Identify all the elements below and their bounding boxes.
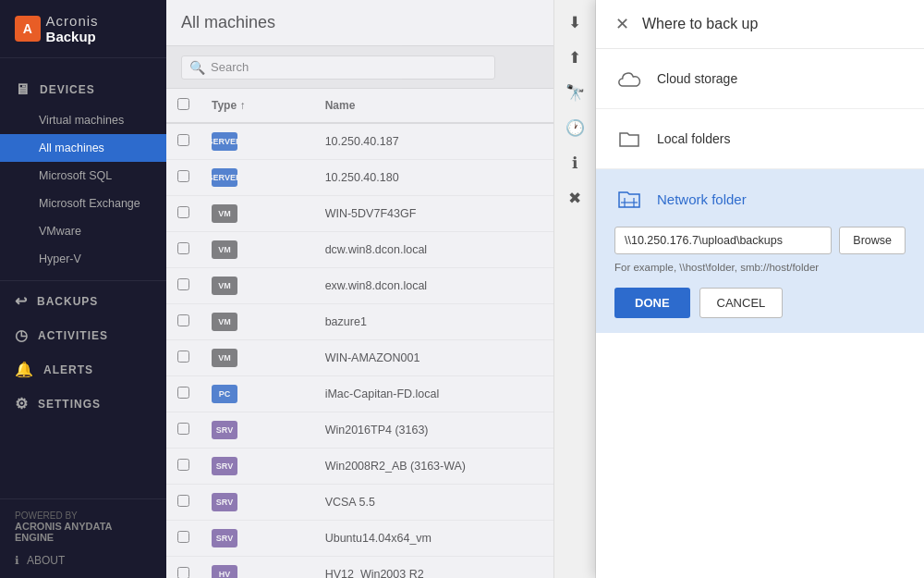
search-input[interactable] xyxy=(211,60,487,74)
row-checkbox-0[interactable] xyxy=(177,134,189,146)
info-icon[interactable]: ℹ xyxy=(560,148,590,178)
panel-close-button[interactable]: ✕ xyxy=(611,13,633,35)
engine-name-label: ACRONIS ANYDATA ENGINE xyxy=(15,521,152,543)
main-content: All machines ADD ⊞ ? 🔍 Type ↑ Name Statu… xyxy=(166,0,924,578)
row-checkbox-cell xyxy=(166,340,201,376)
panel-title: Where to back up xyxy=(642,16,758,32)
type-badge: VM xyxy=(212,240,237,259)
local-folders-label: Local folders xyxy=(657,131,730,146)
row-checkbox-12[interactable] xyxy=(177,567,189,578)
browse-button[interactable]: Browse xyxy=(839,227,906,254)
alerts-icon: 🔔 xyxy=(15,361,34,378)
network-folder-icon xyxy=(614,184,644,214)
type-badge: VM xyxy=(212,277,237,295)
info-icon: ℹ xyxy=(15,554,19,567)
cloud-storage-label: Cloud storage xyxy=(657,71,737,86)
row-type: VM xyxy=(201,268,314,304)
col-checkbox xyxy=(166,89,201,123)
row-type: VM xyxy=(201,304,314,340)
network-folder-title: Network folder xyxy=(657,191,747,207)
row-checkbox-cell xyxy=(166,521,201,557)
row-type: SERVER xyxy=(201,160,314,196)
type-badge: HV xyxy=(212,565,237,578)
row-checkbox-cell xyxy=(166,268,201,304)
type-badge: VM xyxy=(212,204,237,223)
network-path-input[interactable] xyxy=(614,227,832,254)
side-actions: ⬇ ⬆ 🔭 🕐 ℹ ✖ xyxy=(553,0,596,578)
logo-icon: A xyxy=(15,16,41,42)
devices-icon: 🖥 xyxy=(15,81,30,98)
panel-item-local-folders[interactable]: Local folders xyxy=(596,109,924,169)
cancel-button[interactable]: CANCEL xyxy=(699,288,784,318)
row-checkbox-7[interactable] xyxy=(177,387,189,399)
row-checkbox-8[interactable] xyxy=(177,423,189,435)
row-checkbox-cell xyxy=(166,449,201,485)
sidebar: A Acronis Backup 🖥 DEVICES Virtual machi… xyxy=(0,0,166,578)
type-badge: SRV xyxy=(212,493,237,511)
sidebar-group-activities[interactable]: ◷ ACTIVITIES xyxy=(0,318,166,352)
done-button[interactable]: DONE xyxy=(614,288,690,318)
network-folder-section: Network folder Browse For example, \\hos… xyxy=(596,169,924,333)
path-input-row: Browse xyxy=(614,227,906,254)
row-checkbox-5[interactable] xyxy=(177,314,189,326)
row-checkbox-cell xyxy=(166,376,201,412)
activities-icon: ◷ xyxy=(15,326,29,344)
sidebar-group-alerts[interactable]: 🔔 ALERTS xyxy=(0,352,166,387)
sidebar-item-microsoft-sql[interactable]: Microsoft SQL xyxy=(0,162,166,190)
row-checkbox-4[interactable] xyxy=(177,278,189,290)
sidebar-item-vmware[interactable]: VMware xyxy=(0,217,166,245)
action-buttons: DONE CANCEL xyxy=(614,288,906,318)
sidebar-item-microsoft-exchange[interactable]: Microsoft Exchange xyxy=(0,190,166,217)
sidebar-item-all-machines[interactable]: All machines xyxy=(0,134,166,162)
type-badge: SERVER xyxy=(212,168,237,187)
type-badge: SRV xyxy=(212,457,237,475)
row-checkbox-cell xyxy=(166,123,201,160)
col-type[interactable]: Type ↑ xyxy=(201,89,314,123)
upload-icon[interactable]: ⬆ xyxy=(560,43,590,72)
sidebar-group-devices[interactable]: 🖥 DEVICES xyxy=(0,73,166,106)
row-type: VM xyxy=(201,232,314,268)
row-checkbox-2[interactable] xyxy=(177,206,189,218)
row-checkbox-11[interactable] xyxy=(177,531,189,543)
row-checkbox-cell xyxy=(166,412,201,449)
powered-by-label: POWERED BY xyxy=(15,510,152,521)
row-checkbox-10[interactable] xyxy=(177,495,189,507)
backups-icon: ↩ xyxy=(15,292,28,310)
clock-icon[interactable]: 🕐 xyxy=(560,113,590,142)
row-checkbox-6[interactable] xyxy=(177,350,189,363)
download-icon[interactable]: ⬇ xyxy=(560,7,590,37)
row-type: SRV xyxy=(201,485,314,521)
logo-area: A Acronis Backup xyxy=(0,0,166,58)
logo-text: Acronis Backup xyxy=(46,13,152,44)
row-type: SRV xyxy=(201,521,314,557)
row-checkbox-cell xyxy=(166,232,201,268)
cloud-storage-icon xyxy=(614,64,644,93)
about-row[interactable]: ℹ ABOUT xyxy=(15,554,152,567)
row-checkbox-cell xyxy=(166,557,201,579)
row-checkbox-cell xyxy=(166,196,201,232)
type-badge: PC xyxy=(212,385,237,403)
row-checkbox-cell xyxy=(166,160,201,196)
row-checkbox-3[interactable] xyxy=(177,242,189,254)
close-action-icon[interactable]: ✖ xyxy=(560,183,590,213)
sidebar-bottom: POWERED BY ACRONIS ANYDATA ENGINE ℹ ABOU… xyxy=(0,498,166,578)
type-badge: SERVER xyxy=(212,132,237,151)
search-box: 🔍 xyxy=(181,55,495,80)
backups-label: BACKUPS xyxy=(37,295,98,308)
alerts-label: ALERTS xyxy=(43,363,93,376)
search-icon: 🔍 xyxy=(189,60,205,75)
sidebar-group-backups[interactable]: ↩ BACKUPS xyxy=(0,280,166,318)
sidebar-group-settings[interactable]: ⚙ SETTINGS xyxy=(0,387,166,421)
panel-item-cloud-storage[interactable]: Cloud storage xyxy=(596,49,924,109)
network-folder-header: Network folder xyxy=(614,184,906,214)
row-checkbox-1[interactable] xyxy=(177,170,189,182)
about-label: ABOUT xyxy=(27,554,65,567)
type-badge: SRV xyxy=(212,529,237,547)
scan-icon[interactable]: 🔭 xyxy=(560,78,590,107)
sidebar-item-virtual-machines[interactable]: Virtual machines xyxy=(0,106,166,134)
select-all-checkbox[interactable] xyxy=(177,98,189,110)
type-badge: SRV xyxy=(212,421,237,439)
panel-header: ✕ Where to back up xyxy=(596,0,924,49)
sidebar-item-hyper-v[interactable]: Hyper-V xyxy=(0,245,166,273)
row-checkbox-9[interactable] xyxy=(177,459,189,471)
